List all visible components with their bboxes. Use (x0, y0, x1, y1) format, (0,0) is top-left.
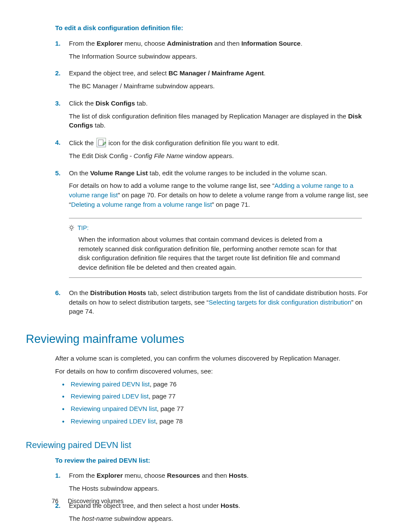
step-result: The list of disk configuration definitio… (69, 112, 372, 131)
procedure-steps: 1. From the Explorer menu, choose Admini… (55, 39, 372, 209)
procedure-heading: To review the paired DEVN list: (55, 456, 372, 465)
body-para: After a volume scan is completed, you ca… (55, 354, 372, 363)
step-result: The Edit Disk Config - Config File Name … (69, 151, 372, 161)
step-3: 3. Click the Disk Configs tab. The list … (55, 99, 372, 130)
edit-icon (97, 138, 106, 147)
step-5: 5. On the Volume Range List tab, edit th… (55, 168, 372, 209)
list-item: Reviewing unpaired DEVN list, page 77 (62, 404, 372, 414)
list-item: Reviewing paired LDEV list, page 77 (62, 392, 372, 401)
step-result: The BC Manager / Mainframe subwindow app… (69, 81, 372, 91)
step-detail: For details on how to add a volume range… (69, 181, 372, 209)
subsection-heading: Reviewing paired DEVN list (26, 439, 372, 451)
svg-line-8 (70, 229, 70, 229)
step-4: 4. Click the icon for the disk configura… (55, 138, 372, 161)
step-number: 6. (55, 288, 61, 298)
step-text: Expand the object tree, and select BC Ma… (69, 68, 372, 78)
step-number: 2. (55, 68, 61, 78)
step-2: 2. Expand the object tree, and select BC… (55, 68, 372, 91)
chapter-title: Discovering volumes (68, 498, 124, 504)
tip-label: TIP: (78, 224, 89, 232)
step-text: On the Distribution Hosts tab, select di… (69, 288, 372, 316)
procedure-heading: To edit a disk configuration definition … (55, 23, 372, 33)
xref-link[interactable]: Reviewing paired LDEV list (71, 392, 149, 400)
tip-body: When the information about volumes that … (78, 235, 345, 272)
step-number: 5. (55, 168, 61, 178)
step-number: 1. (55, 39, 61, 48)
step-text: Click the Disk Configs tab. (69, 99, 372, 108)
step-1: 1. From the Explorer menu, choose Resour… (55, 471, 372, 493)
xref-link[interactable]: Reviewing unpaired DEVN list (71, 405, 157, 412)
svg-line-7 (73, 225, 73, 226)
body-para: For details on how to confirm discovered… (55, 367, 372, 376)
xref-link[interactable]: Deleting a volume range from a volume ra… (71, 201, 212, 208)
tip-box: TIP: When the information about volumes … (69, 218, 362, 278)
step-text: Click the icon for the disk configuratio… (69, 138, 372, 148)
step-text: On the Volume Range List tab, edit the v… (69, 168, 372, 178)
page-number: 76 (52, 498, 59, 504)
svg-point-0 (70, 226, 73, 228)
section-heading: Reviewing mainframe volumes (26, 331, 372, 348)
step-text: From the Explorer menu, choose Administr… (69, 39, 372, 48)
step-result: The Information Source subwindow appears… (69, 52, 372, 61)
page-footer: 76Discovering volumes (52, 497, 124, 505)
xref-bullet-list: Reviewing paired DEVN list, page 76 Revi… (62, 380, 372, 426)
svg-line-5 (70, 225, 70, 226)
list-item: Reviewing paired DEVN list, page 76 (62, 380, 372, 389)
step-text: From the Explorer menu, choose Resources… (69, 471, 372, 480)
tip-header: TIP: (68, 224, 345, 232)
lightbulb-icon (68, 224, 75, 231)
list-item: Reviewing unpaired LDEV list, page 78 (62, 417, 372, 426)
step-number: 1. (55, 471, 61, 480)
xref-link[interactable]: Reviewing unpaired LDEV list (71, 417, 156, 425)
step-number: 3. (55, 99, 61, 108)
procedure-steps-cont: 6. On the Distribution Hosts tab, select… (55, 288, 372, 316)
xref-link[interactable]: Reviewing paired DEVN list (71, 380, 149, 388)
step-6: 6. On the Distribution Hosts tab, select… (55, 288, 372, 316)
step-number: 4. (55, 138, 61, 147)
svg-line-6 (73, 229, 73, 229)
step-result: The host-name subwindow appears. (69, 514, 372, 523)
xref-link[interactable]: Selecting targets for disk configuration… (209, 299, 351, 306)
step-result: The Hosts subwindow appears. (69, 484, 372, 493)
step-1: 1. From the Explorer menu, choose Admini… (55, 39, 372, 61)
